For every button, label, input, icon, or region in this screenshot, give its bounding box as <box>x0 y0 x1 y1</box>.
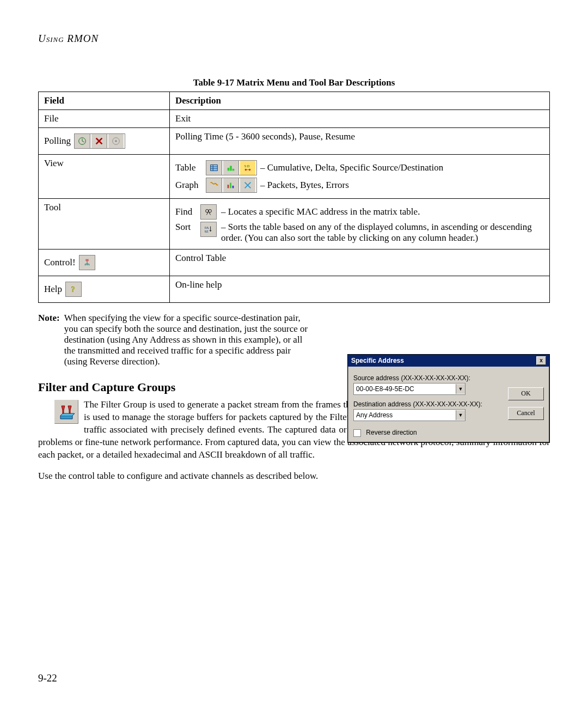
close-icon[interactable]: x <box>536 356 546 365</box>
filter-capture-icon <box>54 400 78 424</box>
svg-rect-6 <box>232 169 235 171</box>
polling-resume-icon[interactable] <box>108 134 124 148</box>
dialog-title: Specific Address <box>351 357 404 364</box>
graph-packets-icon[interactable] <box>206 178 222 192</box>
graph-bytes-icon[interactable] <box>223 178 239 192</box>
table-delta-icon[interactable] <box>223 161 239 175</box>
table-cumulative-icon[interactable] <box>206 161 222 175</box>
svg-text:9Z: 9Z <box>205 229 209 233</box>
svg-rect-3 <box>211 165 218 171</box>
help-field: Help <box>44 284 62 295</box>
reverse-direction-label: Reverse direction <box>366 429 416 436</box>
section-para2: Use the control table to configure and a… <box>38 470 550 483</box>
svg-text:S D: S D <box>244 164 250 168</box>
svg-rect-10 <box>228 185 229 188</box>
reverse-direction-checkbox[interactable] <box>353 429 361 437</box>
svg-rect-17 <box>85 259 88 261</box>
control-field: Control! <box>44 257 76 268</box>
view-graph-toolbar <box>206 178 257 193</box>
svg-text:?: ? <box>71 285 75 294</box>
cancel-button[interactable]: Cancel <box>508 407 544 420</box>
svg-rect-4 <box>228 168 230 171</box>
find-icon[interactable] <box>200 204 217 220</box>
view-graph-desc: – Packets, Bytes, Errors <box>260 180 349 191</box>
svg-rect-5 <box>230 166 232 171</box>
svg-text:0A: 0A <box>205 226 209 229</box>
control-desc: Control Table <box>170 249 550 276</box>
polling-toolbar <box>74 133 125 149</box>
row-help: Help ? On-line help <box>39 276 550 303</box>
tool-find-desc: – Locates a specific MAC address in the … <box>221 206 420 217</box>
note-body: When specifying the view for a specific … <box>64 313 315 367</box>
svg-point-13 <box>206 210 209 212</box>
chevron-down-icon[interactable]: ▼ <box>456 410 465 420</box>
src-address-label: Source address (XX-XX-XX-XX-XX-XX): <box>353 374 500 382</box>
polling-pause-icon[interactable] <box>91 134 107 148</box>
table-specific-icon[interactable]: S D <box>240 161 255 175</box>
col-field: Field <box>39 92 170 110</box>
note-label: Note: <box>38 313 60 367</box>
dst-address-select[interactable]: Any Address ▼ <box>353 409 465 421</box>
view-field: View <box>39 155 170 199</box>
help-desc: On-line help <box>170 276 550 303</box>
polling-desc: Polling Time (5 - 3600 seconds), Pause, … <box>170 128 550 155</box>
svg-point-14 <box>209 210 211 212</box>
svg-rect-11 <box>230 183 231 188</box>
matrix-table: Field Description File Exit Polling Poll… <box>38 92 550 303</box>
row-file: File Exit <box>39 110 550 128</box>
view-table-label: Table <box>175 162 203 173</box>
tool-sort-desc: – Sorts the table based on any of the di… <box>221 222 544 244</box>
row-control: Control! Control Table <box>39 249 550 276</box>
svg-point-8 <box>245 169 247 171</box>
file-desc: Exit <box>170 110 550 128</box>
dst-address-value: Any Address <box>356 411 393 419</box>
polling-time-icon[interactable] <box>75 134 90 148</box>
view-graph-label: Graph <box>175 180 203 191</box>
help-icon[interactable]: ? <box>65 282 82 297</box>
row-polling: Polling Polling Time (5 - 3600 seconds),… <box>39 128 550 155</box>
graph-errors-icon[interactable] <box>240 178 255 192</box>
control-table-icon[interactable] <box>79 255 95 270</box>
page-header: Using RMON <box>38 33 550 45</box>
polling-field: Polling <box>44 136 71 147</box>
ok-button[interactable]: OK <box>508 387 544 400</box>
tool-field: Tool <box>39 199 170 249</box>
col-description: Description <box>170 92 550 110</box>
svg-rect-12 <box>232 186 234 188</box>
dst-address-label: Destination address (XX-XX-XX-XX-XX-XX): <box>353 400 500 408</box>
row-view: View Table S D – Cumulative, Delta, Spec… <box>39 155 550 199</box>
svg-point-9 <box>249 169 251 171</box>
chevron-down-icon[interactable]: ▼ <box>456 384 465 394</box>
tool-sort-label: Sort <box>175 222 197 233</box>
page-number: 9-22 <box>38 672 57 684</box>
view-table-desc: – Cumulative, Delta, Specific Source/Des… <box>260 162 443 173</box>
view-table-toolbar: S D <box>206 160 257 175</box>
svg-point-2 <box>115 140 117 142</box>
src-address-value: 00-00-E8-49-5E-DC <box>356 385 414 393</box>
row-tool: Tool Find – Locates a specific MAC addre… <box>39 199 550 249</box>
src-address-select[interactable]: 00-00-E8-49-5E-DC ▼ <box>353 383 465 395</box>
sort-icon[interactable]: 0A9Z <box>200 222 217 237</box>
tool-find-label: Find <box>175 206 197 217</box>
table-caption: Table 9-17 Matrix Menu and Tool Bar Desc… <box>38 77 550 88</box>
file-field: File <box>39 110 170 128</box>
specific-address-dialog: Specific Address x Source address (XX-XX… <box>347 354 550 443</box>
